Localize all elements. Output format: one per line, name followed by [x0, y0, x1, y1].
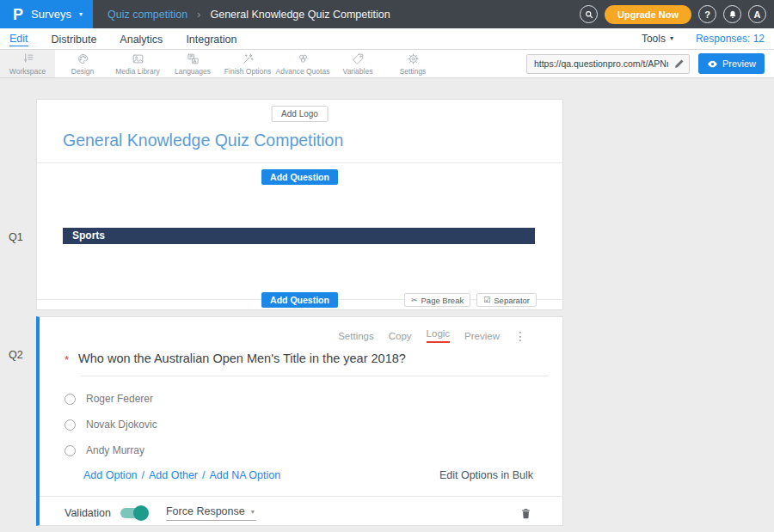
toolbar-item-design[interactable]: Design [55, 50, 110, 77]
eye-icon [707, 58, 718, 70]
nav-right: Tools ▾ Responses: 12 [642, 33, 765, 45]
survey-url-box [526, 54, 690, 74]
notifications-button[interactable] [723, 5, 741, 23]
add-na-option-link[interactable]: Add NA Option [210, 469, 281, 481]
answer-option[interactable]: Roger Federer [64, 393, 153, 405]
question-logic-link[interactable]: Logic [427, 328, 451, 343]
required-asterisk: * [64, 352, 69, 366]
separator-button[interactable]: ☑ Separator [476, 293, 537, 307]
surveys-menu-label: Surveys [31, 8, 71, 21]
question-settings-link[interactable]: Settings [338, 331, 374, 341]
question-number-q2: Q2 [9, 349, 23, 361]
avatar[interactable]: A [748, 5, 766, 23]
breadcrumb-parent[interactable]: Quiz competition [108, 9, 187, 21]
search-icon [584, 9, 594, 20]
palette-icon [77, 52, 89, 65]
tag-icon [352, 52, 365, 65]
radio-button-icon[interactable] [64, 394, 76, 405]
tab-integration[interactable]: Integration [186, 32, 236, 46]
add-logo-button[interactable]: Add Logo [271, 106, 329, 122]
tools-label: Tools [642, 33, 666, 45]
tab-analytics[interactable]: Analytics [120, 32, 163, 46]
pencil-edit-icon[interactable] [673, 58, 685, 70]
validation-toggle[interactable] [120, 508, 146, 518]
add-question-row-top: Add Question [37, 168, 562, 185]
overflow-menu-icon[interactable]: ⋮ [514, 329, 526, 343]
survey-url-input[interactable] [526, 54, 690, 74]
toolbar-item-workspace[interactable]: Workspace [0, 50, 55, 77]
add-question-button[interactable]: Add Question [261, 169, 338, 185]
preview-button[interactable]: Preview [698, 53, 765, 74]
toggle-knob [133, 505, 149, 521]
tab-edit[interactable]: Edit [9, 31, 28, 46]
divider [40, 496, 562, 497]
chain-links-icon [297, 52, 310, 65]
question-text[interactable]: Who won the Australian Open Men's Title … [78, 352, 406, 366]
bell-icon [728, 9, 738, 20]
option-links: Add Option / Add Other / Add NA Option [83, 469, 280, 481]
tab-distribute[interactable]: Distribute [52, 32, 97, 46]
toolbar-item-languages[interactable]: Languages [165, 50, 220, 77]
survey-header-card: Add Logo General Knowledge Quiz Competit… [36, 99, 563, 310]
radio-button-icon[interactable] [64, 445, 76, 456]
question-underline [81, 376, 549, 376]
question-text-row: * Who won the Australian Open Men's Titl… [64, 352, 406, 366]
answer-option[interactable]: Andy Murray [64, 444, 144, 456]
survey-title[interactable]: General Knowledge Quiz Competition [63, 131, 343, 150]
breadcrumb: Quiz competition › General Knowledge Qui… [108, 8, 390, 21]
break-buttons: ✂ Page Break ☑ Separator [404, 293, 537, 307]
search-button[interactable] [580, 5, 598, 23]
tools-menu[interactable]: Tools ▾ [642, 33, 673, 45]
toolbar-item-variables[interactable]: Variables [330, 50, 385, 77]
toolbar-item-advance-quotas[interactable]: Advance Quotas [275, 50, 330, 77]
magic-wand-icon [242, 52, 255, 65]
link-separator: / [142, 469, 144, 481]
chevron-down-icon: ▾ [251, 508, 255, 516]
questionpro-logo: P [13, 7, 23, 22]
page-break-button[interactable]: ✂ Page Break [404, 293, 470, 307]
scissors-icon: ✂ [411, 296, 418, 304]
q1-section-header[interactable]: Sports [63, 228, 535, 244]
main-nav: Edit Distribute Analytics Integration To… [0, 28, 774, 50]
builder-toolbar: Workspace Design Media Library Languages… [0, 50, 774, 78]
breadcrumb-current: General Knowledge Quiz Competition [210, 9, 390, 21]
link-separator: / [202, 469, 205, 481]
translate-icon [187, 52, 200, 65]
upgrade-now-button[interactable]: Upgrade Now [605, 5, 691, 24]
breadcrumb-separator-icon: › [197, 8, 200, 21]
question-number-q1: Q1 [9, 231, 23, 243]
trash-icon[interactable] [519, 506, 532, 521]
force-response-dropdown[interactable]: Force Response ▾ [166, 505, 256, 521]
question-card-q2: Settings Copy Logic Preview ⋮ * Who won … [36, 316, 563, 526]
help-button[interactable]: ? [698, 5, 716, 23]
responses-count[interactable]: Responses: 12 [696, 33, 765, 45]
divider [37, 162, 562, 163]
answer-option[interactable]: Novak Djokovic [64, 419, 157, 431]
toolbar-item-settings[interactable]: Settings [385, 50, 440, 77]
surveys-menu[interactable]: P Surveys ▾ [0, 0, 93, 28]
validation-label: Validation [64, 507, 111, 519]
image-icon [132, 52, 144, 65]
radio-button-icon[interactable] [64, 419, 76, 431]
checkbox-icon: ☑ [483, 296, 490, 304]
toolbar-right: Preview [526, 50, 774, 77]
chevron-down-icon: ▾ [79, 11, 83, 18]
toolbar-item-media-library[interactable]: Media Library [110, 50, 165, 77]
edit-options-in-bulk-link[interactable]: Edit Options in Bulk [439, 469, 533, 481]
question-preview-link[interactable]: Preview [464, 331, 500, 341]
chevron-down-icon: ▾ [670, 35, 673, 42]
add-question-button[interactable]: Add Question [261, 292, 338, 308]
gear-icon [407, 52, 420, 65]
workspace-icon [22, 52, 34, 65]
add-option-link[interactable]: Add Option [83, 469, 138, 481]
question-copy-link[interactable]: Copy [389, 331, 412, 341]
add-other-link[interactable]: Add Other [149, 469, 198, 481]
topbar-actions: Upgrade Now ? A [580, 5, 774, 24]
question-action-menu: Settings Copy Logic Preview ⋮ [338, 328, 526, 343]
topbar: P Surveys ▾ Quiz competition › General K… [0, 0, 774, 28]
validation-row: Validation Force Response ▾ [64, 504, 532, 523]
toolbar-item-finish-options[interactable]: Finish Options [220, 50, 275, 77]
